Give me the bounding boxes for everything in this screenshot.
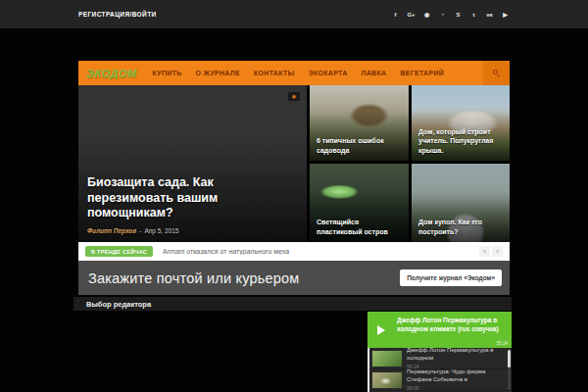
featured-article-house[interactable]: Дом, который строит учитель. Полукруглая… (412, 85, 510, 161)
article-title: 6 типичных ошибок садовода (317, 136, 403, 155)
play-icon[interactable] (368, 312, 395, 348)
search-icon (493, 70, 501, 77)
video-thumbnail (372, 351, 402, 367)
site-logo[interactable]: ЭКОДОМ (86, 68, 137, 79)
video-playlist: Джефф Лотон Пермакультура в холодном 55:… (368, 348, 512, 392)
video-playlist-widget: Джефф Лотон Пермакультура в холодном кли… (368, 312, 512, 392)
now-playing-title: Джефф Лотон Пермакультура в холодном кли… (395, 312, 512, 348)
article-title: Дом, который строит учитель. Полукруглая… (418, 127, 504, 155)
trending-badge: В ТРЕНДЕ СЕЙЧАС (85, 246, 153, 257)
now-playing-header[interactable]: Джефф Лотон Пермакультура в холодном кли… (368, 312, 512, 348)
article-byline: Филипп Перхов - Апр 5, 2015 (87, 227, 178, 234)
gallery-icon: ◉ (288, 92, 300, 101)
main-navigation: ЭКОДОМ КУПИТЬ О ЖУРНАЛЕ КОНТАКТЫ ЭКОКАРТ… (78, 61, 510, 85)
vk-icon[interactable]: ᴠᴋ (485, 10, 494, 19)
promo-text: Закажите почтой или курьером (88, 270, 299, 286)
editor-choice-heading: Выбор редактора (86, 300, 151, 309)
scrollbar-thumb[interactable] (508, 350, 511, 368)
article-title: Биозащита сада. Как перезимовать вашим п… (87, 175, 254, 220)
facebook-icon[interactable]: f (391, 10, 400, 19)
video-thumbnail (372, 372, 402, 388)
featured-grid: ◉ Биозащита сада. Как перезимовать вашим… (78, 85, 510, 242)
nav-item-o-zhurnale[interactable]: О ЖУРНАЛЕ (196, 70, 240, 76)
video-title: Пермакультура: Чудо ферма Стефана Собков… (407, 368, 506, 384)
featured-article-island[interactable]: Светящийся пластиковый остров (310, 164, 409, 242)
search-button[interactable] (483, 61, 510, 85)
top-bar-inner: РЕГИСТРАЦИЯ/ВОЙТИ f G+ ◉ ◔ S t ᴠᴋ ▶ (78, 0, 510, 28)
ecodom-homepage: РЕГИСТРАЦИЯ/ВОЙТИ f G+ ◉ ◔ S t ᴠᴋ ▶ ЭКОД… (0, 0, 588, 392)
now-playing-duration: 55:24 (497, 341, 508, 346)
editor-choice-strip: Выбор редактора (74, 297, 512, 311)
author-link[interactable]: Филипп Перхов (87, 227, 136, 234)
rss-icon[interactable]: ◔ (438, 10, 447, 19)
google-plus-icon[interactable]: G+ (407, 10, 416, 19)
trending-headline-link[interactable]: Armani отказался от натурального меха (163, 248, 479, 255)
video-title: Джефф Лотон Пермакультура в холодном (407, 347, 506, 363)
register-login-link[interactable]: РЕГИСТРАЦИЯ/ВОЙТИ (78, 11, 157, 18)
instagram-icon[interactable]: ◉ (422, 10, 431, 19)
byline-separator: - (139, 227, 141, 234)
article-title: Дом купол. Как его построить? (418, 218, 504, 236)
featured-article-gardener[interactable]: 6 типичных ошибок садовода (310, 85, 409, 161)
article-date: Апр 5, 2015 (144, 227, 178, 234)
social-links: f G+ ◉ ◔ S t ᴠᴋ ▶ (391, 10, 510, 19)
nav-item-vegetariy[interactable]: ВЕГЕТАРИЙ (400, 70, 444, 76)
youtube-icon[interactable]: ▶ (501, 10, 510, 19)
featured-article-main[interactable]: ◉ Биозащита сада. Как перезимовать вашим… (78, 85, 307, 242)
top-utility-bar: РЕГИСТРАЦИЯ/ВОЙТИ f G+ ◉ ◔ S t ᴠᴋ ▶ (0, 0, 588, 28)
trending-pagination: ‹ › (479, 246, 503, 257)
next-arrow-icon[interactable]: › (492, 246, 503, 257)
playlist-item[interactable]: Пермакультура: Чудо ферма Стефана Собков… (369, 369, 512, 391)
nav-item-kupit[interactable]: КУПИТЬ (153, 70, 182, 76)
prev-arrow-icon[interactable]: ‹ (479, 246, 490, 257)
trending-bar: В ТРЕНДЕ СЕЙЧАС Armani отказался от нату… (78, 242, 510, 261)
nav-item-kontakty[interactable]: КОНТАКТЫ (254, 70, 295, 76)
nav-item-lavka[interactable]: ЛАВКА (362, 70, 387, 76)
subscription-promo-band: Закажите почтой или курьером Получите жу… (78, 261, 510, 295)
article-title: Светящийся пластиковый остров (317, 218, 403, 236)
playlist-scrollbar[interactable] (508, 350, 511, 390)
twitter-icon[interactable]: t (469, 10, 478, 19)
featured-article-dome[interactable]: Дом купол. Как его построить? (412, 164, 510, 242)
nav-item-ekokarta[interactable]: ЭКОКАРТА (309, 70, 348, 76)
get-magazine-button[interactable]: Получите журнал «Экодом» (400, 270, 502, 286)
nav-menu: КУПИТЬ О ЖУРНАЛЕ КОНТАКТЫ ЭКОКАРТА ЛАВКА… (153, 70, 444, 76)
video-duration: 29:06 (407, 385, 506, 391)
playlist-item[interactable]: Джефф Лотон Пермакультура в холодном 55:… (369, 348, 512, 369)
skype-icon[interactable]: S (454, 10, 463, 19)
